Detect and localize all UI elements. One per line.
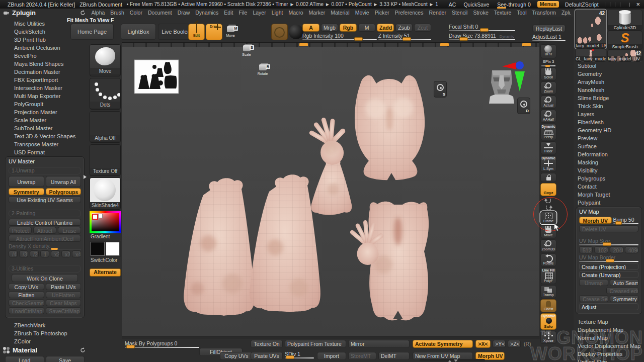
density-step-button[interactable]: /4: [9, 250, 18, 257]
adjust-last-slider[interactable]: AdjustLast 1: [532, 34, 566, 41]
minimize-icon[interactable]: [624, 2, 625, 7]
symmetry-z-button[interactable]: >Z<: [508, 340, 521, 348]
draw-size-slider[interactable]: Draw Size 73.88911Dynamic: [449, 33, 515, 40]
shelf-button[interactable]: Line Fill PolyF: [540, 267, 556, 284]
texture-on-button[interactable]: Texture On: [251, 340, 283, 348]
gradient-label[interactable]: Gradient: [90, 233, 121, 240]
palette-item[interactable]: ZColor: [0, 337, 89, 345]
tool-section-item[interactable]: NanoMesh: [574, 86, 644, 94]
symmetry-y-button[interactable]: >Y<: [493, 340, 506, 348]
tool-section-item[interactable]: Display Properties: [574, 350, 644, 358]
shelf-button[interactable]: Actual: [540, 96, 556, 109]
current-texture-button[interactable]: Texture Off: [90, 144, 121, 176]
palette-item[interactable]: Scale Master: [0, 116, 89, 124]
shelf-button[interactable]: Dynamic Solo: [540, 313, 556, 330]
current-stroke-button[interactable]: Dots: [90, 78, 121, 110]
clear-maps-button[interactable]: Clear Maps: [46, 299, 82, 306]
creased-edges-button[interactable]: Creased edges: [606, 287, 639, 294]
material-palette-header[interactable]: Material: [0, 345, 89, 354]
shelf-button[interactable]: Dynamic L.Sym: [540, 155, 556, 172]
menu-item[interactable]: Layer: [250, 10, 269, 16]
menu-item[interactable]: Marker: [306, 10, 328, 16]
menu-item[interactable]: Zplugin: [558, 10, 571, 16]
tool-section-item[interactable]: Vector Displacement Map: [574, 342, 644, 350]
menu-item[interactable]: Draw: [175, 10, 193, 16]
tool-thumbnail-simplebrush[interactable]: S SimpleBrush: [607, 31, 642, 50]
activate-symmetry-button[interactable]: Activate Symmetry: [413, 340, 473, 348]
palette-item[interactable]: ZBrush To Photoshop: [0, 329, 89, 337]
tool-section-item[interactable]: Surface: [574, 142, 644, 150]
palette-item[interactable]: Projection Master: [0, 108, 89, 116]
flatten-button[interactable]: Flatten: [9, 291, 44, 298]
protect-button[interactable]: Protect: [9, 227, 32, 234]
menu-item[interactable]: Color: [127, 10, 145, 16]
tool-section-item[interactable]: Visibility: [574, 166, 644, 174]
tool-section-item[interactable]: FiberMesh: [574, 118, 644, 126]
tool-section-item[interactable]: Masking: [574, 158, 644, 166]
enable-control-painting-button[interactable]: Enable Control Painting: [9, 219, 81, 226]
tool-section-item[interactable]: Preview: [574, 134, 644, 142]
alternate-button[interactable]: Alternate: [90, 268, 121, 277]
palette-item[interactable]: Text 3D & Vector Shapes: [0, 132, 89, 140]
tool-section-item[interactable]: Subtool: [574, 62, 644, 70]
restore-window-icon[interactable]: [629, 2, 630, 7]
tool-section-item[interactable]: Polygroups: [574, 174, 644, 183]
density-step-button[interactable]: /2: [30, 250, 39, 257]
create-projection-header[interactable]: Create (Projection): [579, 263, 638, 270]
tool-section-item[interactable]: Morph Target: [574, 191, 644, 199]
tool-thumbnail-fairy-small[interactable]: 42 fairy_model_UV_: [607, 50, 642, 62]
spix-slider[interactable]: SPix 3: [540, 59, 556, 66]
attract-button[interactable]: Attract: [33, 227, 56, 234]
tool-section-item[interactable]: Contact: [574, 183, 644, 191]
bpr-button[interactable]: BPR: [540, 44, 556, 58]
unflatten-button[interactable]: UnFlatten: [46, 291, 82, 298]
current-material-button[interactable]: SkinShade4: [90, 177, 121, 210]
paste-uvs-button[interactable]: Paste UVs: [46, 283, 82, 290]
menus-button[interactable]: Menus: [537, 1, 559, 8]
shelf-button[interactable]: Dynamic Persp: [540, 124, 556, 140]
menu-item[interactable]: File: [236, 10, 250, 16]
shelf-button[interactable]: Ghost: [540, 299, 556, 312]
shelf-button[interactable]: [540, 173, 556, 182]
secondary-swatch[interactable]: [98, 214, 103, 218]
current-brush-thumbnail[interactable]: [271, 24, 288, 40]
scale-mode-button[interactable]: S Scale: [239, 45, 254, 62]
lightbox-button[interactable]: LightBox: [121, 24, 156, 40]
blend-mode-button[interactable]: Rgb: [340, 24, 357, 32]
menu-item[interactable]: Brush: [108, 10, 127, 16]
palette-item[interactable]: Multi Map Exporter: [0, 92, 89, 100]
polygroups-button[interactable]: Polygroups: [46, 188, 82, 195]
uv-map-size-slider[interactable]: UV Map Size: [579, 238, 638, 245]
stroke-preview-icon[interactable]: [605, 2, 605, 7]
symmetry-button[interactable]: Symmetry: [9, 188, 44, 195]
palette-item[interactable]: Intersection Masker: [0, 84, 89, 92]
tool-section-item[interactable]: Texture Map: [574, 318, 644, 326]
density-step-button[interactable]: x2: [51, 250, 60, 257]
see-through-slider[interactable]: See-through 0: [495, 2, 533, 8]
tool-section-item[interactable]: Geometry HD: [574, 126, 644, 134]
quicksave-button[interactable]: QuickSave: [462, 2, 491, 8]
shelf-button[interactable]: Floor: [540, 141, 556, 154]
stroke-icon[interactable]: S: [434, 81, 447, 98]
blend-mode-button[interactable]: Zsub: [395, 24, 413, 32]
export-doc-icon[interactable]: [615, 2, 615, 7]
ac-button[interactable]: AC: [447, 2, 458, 8]
tool-section-item[interactable]: Normal Map: [574, 334, 644, 342]
current-alpha-button[interactable]: Alpha Off: [90, 111, 121, 143]
document-canvas[interactable]: [122, 47, 539, 336]
shelf-button[interactable]: Scroll: [540, 67, 556, 80]
edit-mode-button[interactable]: Edit: [188, 24, 205, 40]
menu-item[interactable]: Movie: [352, 10, 372, 16]
menu-item[interactable]: Render: [426, 10, 449, 16]
palette-item[interactable]: Decimation Master: [0, 68, 89, 76]
menu-item[interactable]: Tool: [514, 10, 529, 16]
brush-preview-icon[interactable]: [610, 2, 610, 7]
palette-item[interactable]: SubTool Master: [0, 124, 89, 132]
blend-mode-button[interactable]: A: [302, 24, 319, 32]
menu-item[interactable]: Edit: [221, 10, 236, 16]
palette-item[interactable]: USD Format: [0, 148, 89, 156]
tray-divider-handle[interactable]: [84, 175, 89, 179]
menu-item[interactable]: Stencil: [449, 10, 470, 16]
material-save-button[interactable]: Save: [46, 356, 85, 362]
rgb-intensity-slider[interactable]: Rgb Intensity 100: [302, 33, 377, 40]
